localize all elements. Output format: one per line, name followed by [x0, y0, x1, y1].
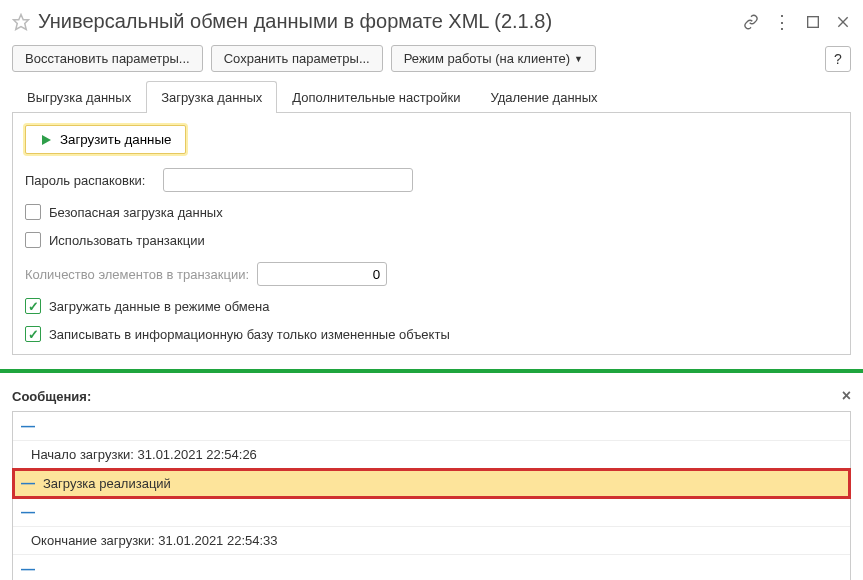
help-button[interactable]: ? [825, 46, 851, 72]
load-data-label: Загрузить данные [60, 132, 171, 147]
favorite-star-icon[interactable] [12, 13, 30, 31]
maximize-icon[interactable] [805, 14, 821, 30]
safe-load-label: Безопасная загрузка данных [49, 205, 223, 220]
divider [0, 369, 863, 373]
tab-additional[interactable]: Дополнительные настройки [277, 81, 475, 113]
collapse-icon[interactable]: — [21, 561, 35, 577]
message-text: Начало загрузки: 31.01.2021 22:54:26 [31, 447, 257, 462]
messages-panel: — Начало загрузки: 31.01.2021 22:54:26 —… [12, 411, 851, 580]
password-input[interactable] [163, 168, 413, 192]
collapse-icon[interactable]: — [21, 504, 35, 520]
load-data-button[interactable]: Загрузить данные [25, 125, 186, 154]
message-row[interactable]: — [13, 555, 850, 580]
chevron-down-icon: ▼ [574, 54, 583, 64]
message-text: Загрузка реализаций [43, 476, 171, 491]
message-text: Окончание загрузки: 31.01.2021 22:54:33 [31, 533, 278, 548]
tab-import[interactable]: Загрузка данных [146, 81, 277, 113]
svg-rect-1 [808, 16, 819, 27]
exchange-mode-label: Загружать данные в режиме обмена [49, 299, 269, 314]
window-title: Универсальный обмен данными в формате XM… [38, 10, 743, 33]
collapse-icon[interactable]: — [21, 475, 35, 491]
tab-export[interactable]: Выгрузка данных [12, 81, 146, 113]
play-icon [40, 134, 52, 146]
tx-count-label: Количество элементов в транзакции: [25, 267, 249, 282]
message-row-highlighted[interactable]: — Загрузка реализаций [13, 469, 850, 498]
use-transactions-label: Использовать транзакции [49, 233, 205, 248]
messages-title: Сообщения: [12, 389, 842, 404]
more-menu-icon[interactable]: ⋮ [773, 13, 791, 31]
restore-params-button[interactable]: Восстановить параметры... [12, 45, 203, 72]
tx-count-input[interactable] [257, 262, 387, 286]
svg-marker-0 [14, 14, 29, 29]
work-mode-button[interactable]: Режим работы (на клиенте) ▼ [391, 45, 596, 72]
collapse-icon[interactable]: — [21, 418, 35, 434]
message-row[interactable]: Окончание загрузки: 31.01.2021 22:54:33 [13, 527, 850, 555]
safe-load-checkbox[interactable] [25, 204, 41, 220]
write-changed-checkbox[interactable] [25, 326, 41, 342]
svg-marker-4 [42, 135, 51, 145]
use-transactions-checkbox[interactable] [25, 232, 41, 248]
password-label: Пароль распаковки: [25, 173, 155, 188]
tab-delete[interactable]: Удаление данных [475, 81, 612, 113]
work-mode-label: Режим работы (на клиенте) [404, 51, 570, 66]
message-row[interactable]: Начало загрузки: 31.01.2021 22:54:26 [13, 441, 850, 469]
write-changed-label: Записывать в информационную базу только … [49, 327, 450, 342]
close-messages-icon[interactable]: × [842, 387, 851, 405]
save-params-button[interactable]: Сохранить параметры... [211, 45, 383, 72]
message-row[interactable]: — [13, 498, 850, 527]
message-row[interactable]: — [13, 412, 850, 441]
exchange-mode-checkbox[interactable] [25, 298, 41, 314]
close-icon[interactable] [835, 14, 851, 30]
link-icon[interactable] [743, 14, 759, 30]
